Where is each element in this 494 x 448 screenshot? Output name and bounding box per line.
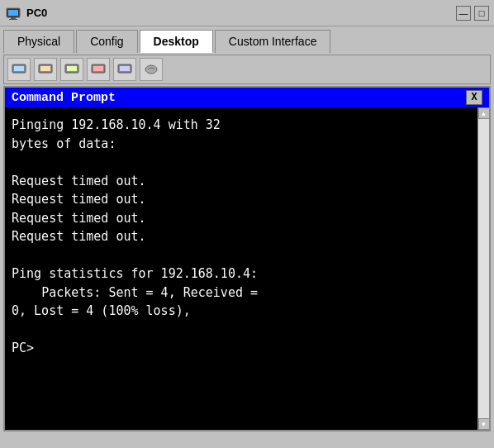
window-title: PC0 (26, 7, 456, 19)
tab-config[interactable]: Config (76, 30, 137, 53)
app-icon (5, 5, 21, 21)
cmd-titlebar: Command Prompt X (5, 88, 489, 107)
tab-bar: Physical Config Desktop Custom Interface (0, 26, 494, 53)
svg-point-14 (145, 65, 157, 74)
cmd-body[interactable]: Pinging 192.168.10.4 with 32 bytes of da… (5, 107, 489, 430)
maximize-button[interactable]: □ (474, 6, 489, 21)
title-bar: PC0 — □ (0, 0, 494, 26)
tab-custom-interface[interactable]: Custom Interface (215, 30, 331, 53)
tab-physical[interactable]: Physical (3, 30, 74, 53)
svg-rect-3 (9, 19, 17, 20)
minimize-button[interactable]: — (456, 6, 471, 21)
toolbar-icon-2[interactable] (34, 58, 57, 81)
cmd-window: Command Prompt X Pinging 192.168.10.4 wi… (3, 86, 491, 431)
toolbar-icon-4[interactable] (87, 58, 110, 81)
toolbar-icon-3[interactable] (60, 58, 83, 81)
cmd-close-button[interactable]: X (466, 90, 482, 105)
toolbar-icon-1[interactable] (7, 58, 31, 81)
svg-rect-13 (120, 66, 130, 71)
svg-rect-9 (67, 66, 77, 71)
tab-desktop[interactable]: Desktop (140, 30, 213, 53)
svg-rect-5 (14, 66, 24, 71)
toolbar-icon-6[interactable] (140, 58, 163, 81)
window-controls: — □ (456, 6, 489, 21)
scrollbar[interactable]: ▲ ▼ (477, 107, 489, 430)
scroll-down-button[interactable]: ▼ (478, 418, 490, 430)
svg-rect-2 (11, 17, 16, 19)
toolbar-icon-5[interactable] (113, 58, 136, 81)
cmd-title: Command Prompt (12, 91, 116, 105)
scroll-track[interactable] (478, 119, 490, 418)
toolbar (3, 55, 491, 84)
cmd-output: Pinging 192.168.10.4 with 32 bytes of da… (12, 116, 482, 358)
svg-rect-11 (93, 66, 103, 71)
svg-rect-7 (40, 66, 50, 71)
svg-rect-1 (8, 10, 18, 16)
scroll-up-button[interactable]: ▲ (478, 107, 490, 119)
